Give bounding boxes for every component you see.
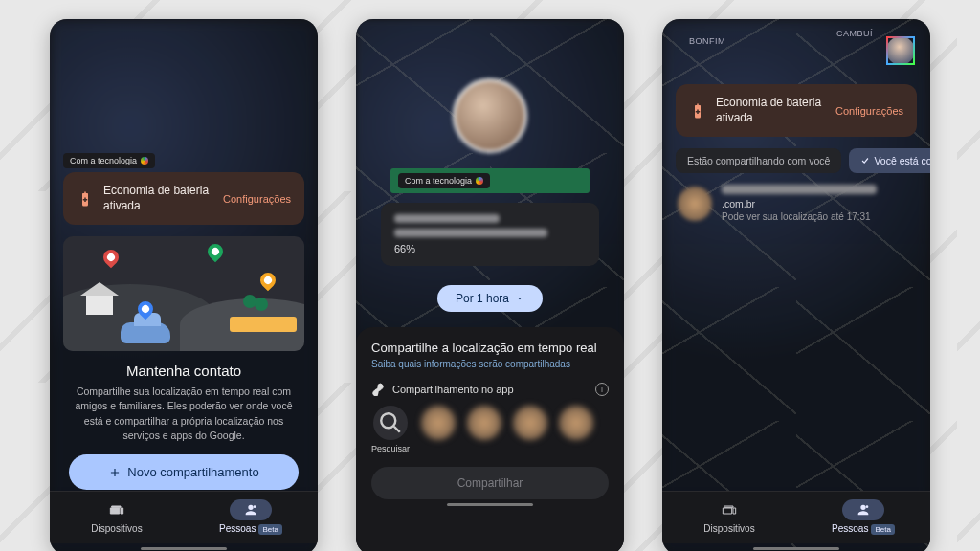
powered-by-chip: Com a tecnologia <box>398 173 490 188</box>
search-contacts-button[interactable]: Pesquisar <box>371 406 410 453</box>
battery-saver-banner[interactable]: Economia de bateria ativada Configuraçõe… <box>63 172 304 225</box>
beta-badge: Beta <box>258 524 281 535</box>
screen-sharing-list: BONFIM CAMBUÍ Economia de bateria ativad… <box>662 19 930 551</box>
share-bottom-sheet: Compartilhe a localização em tempo real … <box>356 327 624 551</box>
devices-icon <box>722 502 737 518</box>
contact-suggestion[interactable] <box>513 406 547 440</box>
svg-point-1 <box>381 413 395 428</box>
nav-people-label-row: PessoasBeta <box>832 523 895 534</box>
person-email-domain: .com.br <box>722 198 915 209</box>
sheet-subtitle-link[interactable]: Saiba quais informações serão compartilh… <box>371 359 609 369</box>
battery-banner-settings-link[interactable]: Configurações <box>223 193 291 205</box>
keep-contact-title: Mantenha contato <box>67 363 301 379</box>
people-icon <box>856 502 871 518</box>
contact-battery-percent: 66% <box>394 243 586 254</box>
chevron-down-icon <box>515 294 524 303</box>
keep-contact-description: Compartilhe sua localização em tempo rea… <box>69 385 299 443</box>
new-share-label: Novo compartilhamento <box>127 465 258 479</box>
nav-people-label-row: PessoasBeta <box>219 523 282 534</box>
nav-devices[interactable]: Dispositivos <box>50 492 184 543</box>
beta-badge: Beta <box>871 524 894 535</box>
devices-icon <box>109 502 124 518</box>
battery-saver-icon <box>77 190 94 208</box>
sharing-person-item[interactable]: .com.br Pode ver sua localização até 17:… <box>662 173 930 233</box>
battery-banner-title: Economia de bateria ativada <box>103 184 213 213</box>
nav-people[interactable]: PessoasBeta <box>796 492 930 543</box>
account-avatar-button[interactable] <box>886 36 915 65</box>
screen-keep-contact: Com a tecnologia Economia de bateria ati… <box>50 19 318 551</box>
nav-people-label: Pessoas <box>832 523 868 534</box>
contact-name-redacted <box>394 214 500 223</box>
bottom-nav: Dispositivos PessoasBeta <box>50 491 318 543</box>
link-icon <box>371 383 385 396</box>
gesture-bar <box>447 503 533 506</box>
share-filter-tabs: Estão compartilhando com você Você está … <box>676 148 930 173</box>
nav-devices[interactable]: Dispositivos <box>662 492 796 543</box>
battery-banner-title: Economia de bateria ativada <box>716 96 826 125</box>
sharing-illustration <box>63 236 304 351</box>
share-button-label: Compartilhar <box>457 476 523 490</box>
powered-by-label: Com a tecnologia <box>70 156 137 165</box>
powered-by-chip: Com a tecnologia <box>63 153 155 168</box>
battery-banner-settings-link[interactable]: Configurações <box>835 105 903 117</box>
nav-devices-label: Dispositivos <box>91 523 142 534</box>
bottom-nav: Dispositivos PessoasBeta <box>662 491 930 543</box>
tab-you-are-sharing[interactable]: Você está co <box>849 148 930 173</box>
contact-suggestion[interactable] <box>421 406 456 440</box>
in-app-share-label: Compartilhamento no app <box>392 384 514 395</box>
share-duration-selector[interactable]: Por 1 hora <box>437 285 543 312</box>
in-app-share-row: Compartilhamento no app i <box>371 383 609 396</box>
contact-avatar-large[interactable] <box>453 78 527 153</box>
share-duration-label: Por 1 hora <box>456 292 509 305</box>
person-name-redacted <box>722 185 877 194</box>
new-share-button[interactable]: Novo compartilhamento <box>69 454 299 490</box>
person-avatar <box>678 187 712 221</box>
svg-point-0 <box>254 505 256 508</box>
search-icon <box>373 406 408 440</box>
map-highlight-area: Com a tecnologia <box>390 168 590 193</box>
contact-avatars-row: Pesquisar <box>371 406 609 453</box>
contact-info-card[interactable]: 66% <box>381 203 599 266</box>
sheet-title: Compartilhe a localização em tempo real <box>371 341 609 355</box>
nav-people-label: Pessoas <box>219 523 256 534</box>
google-pin-icon <box>141 157 148 165</box>
contact-suggestion[interactable] <box>559 406 593 440</box>
screen-share-sheet: Com a tecnologia 66% Por 1 hora Comparti… <box>356 19 624 551</box>
person-share-until: Pode ver sua localização até 17:31 <box>722 211 915 222</box>
nav-devices-label: Dispositivos <box>703 523 754 534</box>
contact-address-redacted <box>394 229 547 237</box>
gesture-bar <box>141 547 227 550</box>
check-icon <box>860 156 870 165</box>
search-label: Pesquisar <box>371 444 410 453</box>
battery-saver-icon <box>689 102 706 120</box>
battery-saver-banner[interactable]: Economia de bateria ativada Configuraçõe… <box>676 84 917 137</box>
people-icon <box>243 502 258 518</box>
share-button-disabled: Compartilhar <box>371 467 609 499</box>
tab-sharing-with-you[interactable]: Estão compartilhando com você <box>676 148 841 173</box>
info-icon[interactable]: i <box>595 383 609 396</box>
gesture-bar <box>753 547 839 550</box>
nav-people[interactable]: PessoasBeta <box>184 492 318 543</box>
google-pin-icon <box>476 177 483 185</box>
search-circle <box>373 406 408 440</box>
contact-suggestion[interactable] <box>467 406 501 440</box>
svg-point-2 <box>866 505 869 508</box>
plus-icon <box>108 466 122 479</box>
tab-you-are-sharing-label: Você está co <box>874 155 930 166</box>
powered-by-label: Com a tecnologia <box>405 176 472 186</box>
